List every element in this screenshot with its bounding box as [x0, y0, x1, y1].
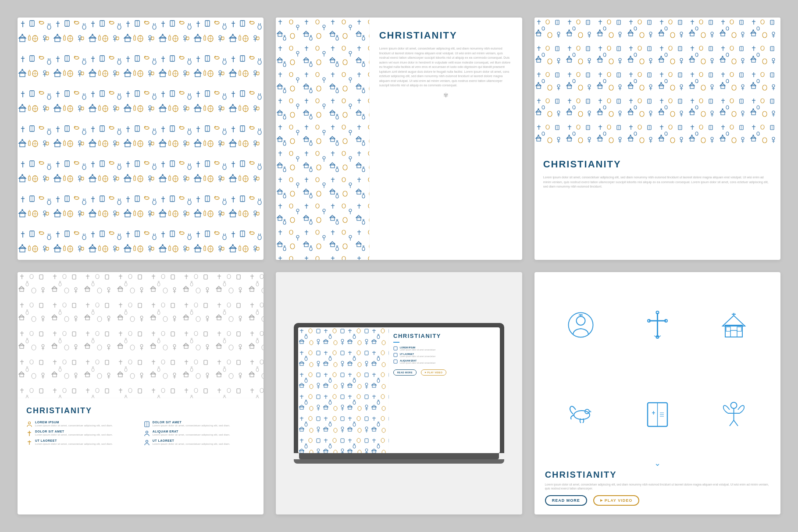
card-2-body: Lorem ipsum dolor sit amet, consectetuer… [379, 46, 513, 88]
icon-jesus [545, 283, 617, 367]
screen-desc-3: Lorem ipsum dolor sit amet consectetuer [400, 362, 435, 364]
list-text: ALIQUAM ERAT Lorem ipsum dolor sit amet,… [153, 430, 230, 436]
screen-icon-1 [393, 346, 398, 351]
svg-point-94 [577, 316, 585, 325]
card-6-buttons: READ MoRE PLAY VIDEO [545, 495, 770, 506]
card-2-title: CHRISTIANITY [379, 30, 513, 41]
svg-point-111 [574, 411, 590, 419]
screen-text-1: LOREM IPSUM Lorem ipsum dolor sit amet c… [400, 346, 435, 351]
list-text: UT LAOREET Lorem ipsum dolor sit amet, c… [35, 439, 113, 446]
pattern-area-top [534, 18, 780, 151]
person-icon [26, 421, 32, 427]
svg-point-66 [28, 422, 31, 424]
laptop-screen-title: CHRISTIANITY [393, 333, 495, 339]
card-3-body: Lorem ipsum dolor sit amet, consectetuer… [543, 175, 772, 189]
list-item: UT LAOREET Lorem ipsum dolor sit amet, c… [144, 439, 255, 446]
cross-icon-sm-2 [26, 440, 32, 446]
laptop-wrapper: CHRISTIANITY LOREM IPSUM Lorem ipsum dol… [285, 281, 513, 506]
screen-list-item: UT LAOREET Lorem ipsum dolor sit amet co… [393, 353, 495, 358]
cross-large-icon [641, 309, 674, 341]
item-label: DOLOR SIT AMET [153, 421, 230, 424]
item-desc: Lorem ipsum dolor sit amet, consectetuer… [35, 442, 113, 446]
card-4-title: CHRISTIANITY [26, 406, 255, 415]
laptop-play-video-button[interactable]: PLAY VIDEO [421, 369, 446, 376]
icon-church [698, 283, 770, 367]
card-3-title: CHRISTIANITY [543, 159, 772, 170]
jesus-face-icon [564, 309, 597, 341]
list-text: DOLOR SIT AMET Lorem ipsum dolor sit ame… [153, 421, 230, 427]
list-item: DOLOR SIT AMET Lorem ipsum dolor sit ame… [144, 421, 255, 427]
laptop-read-more-button[interactable]: READ MORE [393, 369, 417, 376]
svg-rect-34 [276, 18, 369, 260]
list-text: DOLOR SIT AMET Lorem ipsum dolor sit ame… [35, 430, 113, 436]
svg-rect-89 [298, 327, 389, 453]
screen-content: CHRISTIANITY LOREM IPSUM Lorem ipsum dol… [389, 327, 500, 453]
item-label: UT LAOREET [35, 439, 113, 442]
play-video-button[interactable]: PLAY VIDEO [593, 495, 640, 506]
svg-line-124 [734, 420, 738, 426]
card-half-text: CHRISTIANITY Lorem ipsum dolor sit amet,… [276, 18, 522, 260]
svg-point-120 [731, 402, 737, 408]
svg-rect-92 [394, 360, 397, 363]
svg-rect-90 [394, 347, 397, 350]
item-desc: Lorem ipsum dolor sit amet, consectetuer… [153, 442, 230, 446]
svg-rect-109 [726, 327, 730, 331]
item-desc: Lorem ipsum dolor sit amet, consectetuer… [153, 433, 230, 436]
svg-rect-110 [737, 327, 741, 331]
svg-rect-91 [394, 353, 397, 357]
svg-rect-108 [730, 330, 737, 337]
info-list: LOREM IPSUM Lorem ipsum dolor sit amet, … [26, 421, 255, 446]
item-label: UT LAOREET [153, 439, 230, 442]
screen-text-2: UT LAOREET Lorem ipsum dolor sit amet co… [400, 353, 435, 358]
chevron-down-icon: ⌄ [545, 458, 770, 468]
cross-icon-sm [26, 430, 32, 436]
icon-cross [621, 283, 693, 367]
card-pattern-list: CHRISTIANITY LOREM IPSUM Lorem ipsum dol… [18, 272, 264, 514]
svg-rect-21 [18, 18, 264, 260]
svg-line-97 [581, 315, 583, 315]
list-item: UT LAOREET Lorem ipsum dolor sit amet, c… [26, 439, 138, 446]
angel-icon [717, 397, 750, 430]
screen-pattern [298, 327, 389, 453]
icon-angel [698, 372, 770, 456]
item-label: DOLOR SIT AMET [35, 430, 113, 433]
item-label: ALIQUAM ERAT [153, 430, 230, 433]
pattern-half-left [276, 18, 369, 260]
card-6-bottom: CHRISTIANITY Lorem ipsum dolor sit amet,… [545, 470, 770, 506]
read-more-button[interactable]: READ MoRE [545, 495, 587, 506]
card-6-title: CHRISTIANITY [545, 470, 770, 480]
list-item: LOREM IPSUM Lorem ipsum dolor sit amet, … [26, 421, 138, 427]
card-4-content: CHRISTIANITY LOREM IPSUM Lorem ipsum dol… [18, 398, 264, 514]
svg-line-96 [579, 315, 581, 315]
laptop-screen: CHRISTIANITY LOREM IPSUM Lorem ipsum dol… [298, 327, 500, 453]
card-text-content: CHRISTIANITY Lorem ipsum dolor sit amet,… [370, 18, 522, 260]
card-6-body: Lorem ipsum dolor sit amet, consectetuer… [545, 482, 770, 491]
screen-icon-2 [393, 353, 398, 357]
screen-desc-2: Lorem ipsum dolor sit amet consectetuer [400, 355, 435, 358]
svg-marker-105 [723, 316, 745, 326]
screen-list-item: LOREM IPSUM Lorem ipsum dolor sit amet c… [393, 346, 495, 351]
laptop-base [294, 459, 504, 464]
item-label: LOREM IPSUM [35, 421, 113, 424]
person-icon-2 [144, 430, 150, 436]
dove-icon [564, 397, 597, 430]
laptop-frame: CHRISTIANITY LOREM IPSUM Lorem ipsum dol… [294, 323, 504, 453]
bible-large-icon [641, 397, 674, 430]
svg-point-71 [146, 431, 148, 433]
ornament: ✾ [379, 92, 513, 99]
svg-point-74 [146, 440, 148, 443]
pattern-background [18, 18, 264, 260]
screen-desc-1: Lorem ipsum dolor sit amet consectetuer [400, 349, 435, 351]
item-desc: Lorem ipsum dolor sit amet, consectetuer… [35, 433, 113, 436]
svg-rect-65 [18, 272, 264, 398]
icons-grid [545, 283, 770, 457]
card-laptop: CHRISTIANITY LOREM IPSUM Lorem ipsum dol… [276, 272, 522, 514]
laptop-outer: CHRISTIANITY LOREM IPSUM Lorem ipsum dol… [294, 323, 504, 464]
bible-icon-sm [144, 421, 150, 427]
list-item: DOLOR SIT AMET Lorem ipsum dolor sit ame… [26, 430, 138, 436]
laptop-chin [299, 453, 499, 459]
card-3-text: CHRISTIANITY Lorem ipsum dolor sit amet,… [534, 151, 780, 260]
svg-point-100 [656, 311, 659, 314]
item-desc: Lorem ipsum dolor sit amet, consectetuer… [153, 424, 230, 427]
svg-rect-50 [534, 18, 780, 151]
